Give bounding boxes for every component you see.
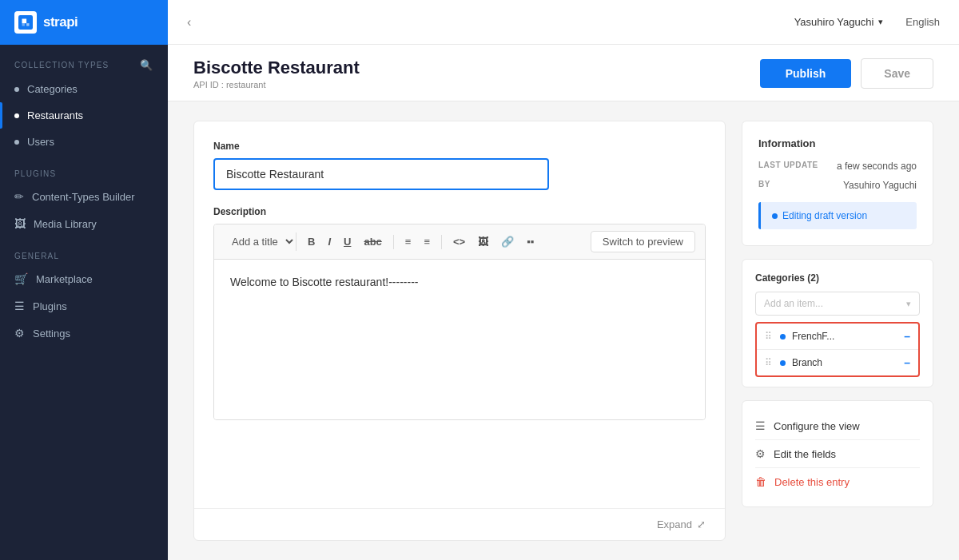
last-update-row: LAST UPDATE a few seconds ago (758, 161, 917, 172)
toolbar-sep-2 (441, 235, 442, 249)
drag-handle-icon[interactable]: ⠿ (765, 357, 772, 368)
sidebar-item-plugins[interactable]: ☰ Plugins (0, 292, 168, 320)
switch-preview-button[interactable]: Switch to preview (591, 231, 695, 252)
general-section: General (0, 237, 168, 265)
last-update-label: LAST UPDATE (758, 161, 818, 169)
sidebar-item-media-library[interactable]: 🖼 Media Library (0, 210, 168, 237)
back-button[interactable]: ‹ (187, 15, 191, 30)
rich-toolbar: Add a title B I U abc ≡ ≡ <> (214, 224, 705, 260)
right-panel: Information LAST UPDATE a few seconds ag… (742, 121, 933, 541)
chevron-down-icon: ▾ (878, 17, 883, 27)
main-area: ‹ Yasuhiro Yaguchi ▾ English Biscotte Re… (168, 0, 959, 560)
sidebar-item-marketplace[interactable]: 🛒 Marketplace (0, 265, 168, 292)
sidebar-logo[interactable]: strapi (0, 0, 168, 45)
category-name-branch: Branch (792, 357, 897, 368)
info-card: Information LAST UPDATE a few seconds ag… (742, 121, 933, 246)
body-layout: Name Description Add a title B (168, 101, 959, 560)
pencil-icon: ✏ (14, 190, 24, 203)
underline-button[interactable]: U (339, 232, 356, 251)
code-button[interactable]: <> (448, 232, 470, 251)
gear-icon: ⚙ (14, 327, 25, 340)
form-card: Name Description Add a title B (193, 121, 726, 541)
sidebar: strapi Collection Types 🔍 Categories Res… (0, 0, 168, 560)
expand-button[interactable]: Expand ⤢ (657, 518, 706, 530)
draft-dot (772, 213, 778, 219)
sidebar-item-restaurants[interactable]: Restaurants (0, 102, 168, 129)
categories-card: Categories (2) Add an item... ▾ ⠿ French… (742, 259, 933, 387)
language-selector[interactable]: English (905, 16, 940, 28)
collection-types-section: Collection Types 🔍 (0, 45, 168, 76)
name-input[interactable] (213, 158, 549, 190)
form-card-footer: Expand ⤢ (194, 508, 725, 540)
image-button[interactable]: 🖼 (473, 232, 493, 251)
plugins-section: Plugins (0, 155, 168, 183)
page-actions: Publish Save (760, 58, 933, 89)
page-header: Biscotte Restaurant API ID : restaurant … (168, 45, 959, 101)
toolbar-sep-1 (393, 235, 394, 249)
delete-entry-action[interactable]: 🗑 Delete this entry (755, 468, 920, 495)
description-text: Welcome to Biscotte restaurant!-------- (230, 276, 418, 288)
remove-category-branch-button[interactable]: – (904, 356, 910, 369)
remove-category-frenchf-button[interactable]: – (904, 330, 910, 343)
add-category-chevron-icon: ▾ (906, 299, 911, 309)
name-label: Name (213, 141, 706, 152)
configure-icon: ☰ (755, 419, 766, 432)
dot-icon (14, 87, 19, 92)
ordered-list-button[interactable]: ≡ (400, 232, 416, 251)
by-value: Yasuhiro Yaguchi (843, 180, 917, 191)
user-menu[interactable]: Yasuhiro Yaguchi ▾ (794, 16, 884, 28)
link-button[interactable]: 🔗 (496, 232, 519, 251)
category-item-branch: ⠿ Branch – (757, 350, 918, 375)
category-status-dot (780, 360, 786, 366)
more-button[interactable]: ▪▪ (522, 232, 539, 251)
publish-button[interactable]: Publish (760, 59, 852, 88)
edit-fields-action[interactable]: ⚙ Edit the fields (755, 440, 920, 468)
strapi-logo-icon (14, 11, 37, 34)
italic-button[interactable]: I (323, 232, 336, 251)
configure-view-action[interactable]: ☰ Configure the view (755, 412, 920, 440)
last-update-value: a few seconds ago (837, 161, 917, 172)
dot-icon (14, 140, 19, 145)
delete-entry-label: Delete this entry (774, 476, 850, 488)
category-name-frenchf: FrenchF... (792, 331, 897, 342)
bold-button[interactable]: B (303, 232, 320, 251)
by-row: BY Yasuhiro Yaguchi (758, 180, 917, 191)
sidebar-item-users[interactable]: Users (0, 129, 168, 155)
sidebar-item-settings[interactable]: ⚙ Settings (0, 320, 168, 347)
sidebar-item-categories[interactable]: Categories (0, 76, 168, 102)
description-field-group: Description Add a title B I U abc (213, 206, 706, 420)
logo-text: strapi (43, 14, 78, 30)
add-category-input[interactable]: Add an item... ▾ (755, 292, 920, 316)
page-title: Biscotte Restaurant (193, 58, 360, 78)
draft-badge: Editing draft version (758, 202, 917, 229)
collection-search-icon[interactable]: 🔍 (140, 59, 153, 71)
draft-label: Editing draft version (782, 210, 867, 221)
category-items-list: ⠿ FrenchF... – ⠿ Branch – (755, 322, 920, 377)
unordered-list-button[interactable]: ≡ (419, 232, 435, 251)
sidebar-item-content-types-builder[interactable]: ✏ Content-Types Builder (0, 183, 168, 210)
image-icon: 🖼 (14, 217, 26, 230)
info-title: Information (758, 137, 917, 149)
category-status-dot (780, 334, 786, 340)
page-content: Biscotte Restaurant API ID : restaurant … (168, 45, 959, 560)
page-subtitle: API ID : restaurant (193, 80, 360, 89)
form-card-inner: Name Description Add a title B (194, 121, 725, 508)
category-item-frenchf: ⠿ FrenchF... – (757, 324, 918, 350)
heading-select[interactable]: Add a title (224, 232, 296, 251)
configure-view-label: Configure the view (774, 420, 860, 432)
topbar: ‹ Yasuhiro Yaguchi ▾ English (168, 0, 959, 45)
trash-icon: 🗑 (755, 475, 766, 488)
edit-fields-label: Edit the fields (774, 448, 836, 460)
by-label: BY (758, 180, 770, 189)
strikethrough-button[interactable]: abc (359, 232, 386, 251)
edit-icon: ⚙ (755, 447, 766, 460)
drag-handle-icon[interactable]: ⠿ (765, 331, 772, 342)
dot-icon (14, 113, 19, 118)
rich-editor: Add a title B I U abc ≡ ≡ <> (213, 224, 706, 420)
store-icon: 🛒 (14, 272, 28, 285)
user-name: Yasuhiro Yaguchi (794, 16, 874, 28)
page-title-area: Biscotte Restaurant API ID : restaurant (193, 58, 360, 89)
save-button[interactable]: Save (861, 58, 933, 89)
rich-content[interactable]: Welcome to Biscotte restaurant!-------- (214, 260, 705, 419)
add-category-placeholder: Add an item... (764, 298, 823, 309)
